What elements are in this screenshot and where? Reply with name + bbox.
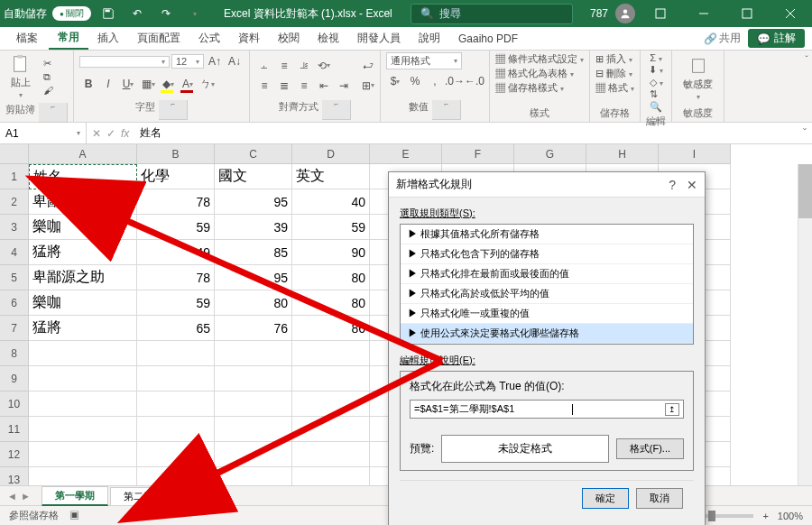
rule-option-selected[interactable]: ▶ 使用公式來決定要格式化哪些儲存格 xyxy=(401,324,693,344)
cell[interactable] xyxy=(292,341,370,366)
row-header[interactable]: 7 xyxy=(0,316,29,341)
col-header-F[interactable]: F xyxy=(442,144,514,164)
ribbon-display-icon[interactable] xyxy=(642,0,678,27)
cell[interactable]: 39 xyxy=(215,215,292,240)
rule-option[interactable]: ▶ 只格式化唯一或重複的值 xyxy=(401,304,693,324)
decrease-font-icon[interactable]: A↓ xyxy=(226,52,244,70)
cell[interactable] xyxy=(292,442,370,467)
cell[interactable] xyxy=(292,391,370,417)
zoom-level[interactable]: 100% xyxy=(778,511,803,521)
cell[interactable]: 80 xyxy=(292,290,370,316)
cell[interactable]: 猛將 xyxy=(29,240,137,265)
increase-indent-icon[interactable]: ⇥ xyxy=(335,77,353,95)
italic-icon[interactable]: I xyxy=(99,75,117,93)
name-box[interactable]: A1▾ xyxy=(0,123,87,143)
tab-addin[interactable]: Gaaiho PDF xyxy=(449,27,527,50)
currency-icon[interactable]: $▾ xyxy=(386,72,404,90)
cell[interactable] xyxy=(29,341,137,366)
redo-icon[interactable]: ↷ xyxy=(154,2,178,25)
cell[interactable]: 國文 xyxy=(215,164,292,189)
cell[interactable]: 化學 xyxy=(137,164,215,189)
decrease-indent-icon[interactable]: ⇤ xyxy=(315,77,333,95)
user-avatar[interactable] xyxy=(615,4,635,23)
cell[interactable]: 猛將 xyxy=(29,316,137,341)
col-header-A[interactable]: A xyxy=(29,144,137,164)
rule-type-list[interactable]: ▶ 根據其值格式化所有儲存格 ▶ 只格式化包含下列的儲存格 ▶ 只格式化排在最前… xyxy=(400,224,694,345)
font-color-icon[interactable]: A▾ xyxy=(179,75,197,93)
cell[interactable] xyxy=(215,442,292,467)
align-left-icon[interactable]: ≡ xyxy=(255,77,273,95)
select-all-corner[interactable] xyxy=(0,144,29,164)
vertical-scrollbar[interactable] xyxy=(798,164,812,485)
cell[interactable]: 76 xyxy=(215,316,292,341)
search-input[interactable]: 🔍 搜尋 xyxy=(411,4,573,24)
cell[interactable] xyxy=(29,391,137,417)
bold-icon[interactable]: B xyxy=(79,75,97,93)
cell[interactable]: 卑鄙源之助 xyxy=(29,189,137,215)
tab-view[interactable]: 檢視 xyxy=(309,27,348,50)
col-header-E[interactable]: E xyxy=(370,144,442,164)
align-top-icon[interactable]: ⫠ xyxy=(255,57,273,75)
row-header[interactable]: 12 xyxy=(0,442,29,467)
sheet-tab-2[interactable]: 第二學期 xyxy=(110,487,177,505)
cell[interactable]: 95 xyxy=(215,265,292,290)
decrease-decimal-icon[interactable]: ←.0 xyxy=(466,72,484,90)
row-header[interactable]: 5 xyxy=(0,265,29,290)
minimize-icon[interactable] xyxy=(686,0,722,27)
rule-option[interactable]: ▶ 只格式化高於或低於平均的值 xyxy=(401,284,693,304)
rule-option[interactable]: ▶ 只格式化排在最前面或最後面的值 xyxy=(401,264,693,284)
zoom-in-icon[interactable]: + xyxy=(762,511,768,521)
insert-cells-button[interactable]: ⊞ 插入 ▾ xyxy=(595,52,632,66)
record-macro-icon[interactable]: ▣ xyxy=(69,510,79,520)
border-icon[interactable]: ▦▾ xyxy=(139,75,157,93)
cell[interactable]: 姓名 xyxy=(29,164,137,189)
format-painter-icon[interactable]: 🖌 xyxy=(43,85,53,96)
share-button[interactable]: 🔗 共用 xyxy=(697,31,748,46)
cell[interactable] xyxy=(215,366,292,391)
row-header[interactable]: 11 xyxy=(0,417,29,442)
rule-formula-input[interactable]: =$A$1=第二學期!$A$1 ↥ xyxy=(410,400,684,419)
cell[interactable]: 59 xyxy=(292,215,370,240)
formula-input[interactable]: 姓名 xyxy=(134,125,798,141)
col-header-D[interactable]: D xyxy=(292,144,370,164)
fill-color-icon[interactable]: ◆▾ xyxy=(159,75,177,93)
save-icon[interactable] xyxy=(97,2,120,25)
cell[interactable] xyxy=(29,442,137,467)
cell[interactable] xyxy=(137,442,215,467)
cell[interactable] xyxy=(137,417,215,442)
align-bottom-icon[interactable]: ⫡ xyxy=(295,57,313,75)
cell[interactable]: 樂咖 xyxy=(29,215,137,240)
tab-data[interactable]: 資料 xyxy=(229,27,269,50)
row-header[interactable]: 1 xyxy=(0,164,29,189)
cell[interactable]: 40 xyxy=(292,189,370,215)
cancel-formula-icon[interactable]: ✕ xyxy=(92,127,101,140)
tab-developer[interactable]: 開發人員 xyxy=(348,27,410,50)
cell[interactable] xyxy=(29,366,137,391)
cell[interactable]: 85 xyxy=(215,240,292,265)
cell[interactable]: 78 xyxy=(137,265,215,290)
align-right-icon[interactable]: ≡ xyxy=(295,77,313,95)
tab-file[interactable]: 檔案 xyxy=(7,27,47,50)
cell[interactable]: 59 xyxy=(137,215,215,240)
underline-icon[interactable]: U▾ xyxy=(119,75,137,93)
col-header-H[interactable]: H xyxy=(586,144,659,164)
qat-dropdown[interactable]: ▾ xyxy=(183,2,207,25)
col-header-C[interactable]: C xyxy=(215,144,292,164)
tab-help[interactable]: 說明 xyxy=(410,27,449,50)
row-header[interactable]: 9 xyxy=(0,366,29,391)
cell[interactable] xyxy=(137,341,215,366)
cell[interactable]: 95 xyxy=(215,189,292,215)
collapse-ribbon-icon[interactable]: ˇ xyxy=(805,54,808,65)
tab-page-layout[interactable]: 頁面配置 xyxy=(128,27,189,50)
cell[interactable]: 59 xyxy=(137,290,215,316)
autosum-icon[interactable]: Σ ▾ xyxy=(650,52,662,63)
cell[interactable]: 英文 xyxy=(292,164,370,189)
cell[interactable]: 90 xyxy=(292,240,370,265)
cell[interactable] xyxy=(29,417,137,442)
cell[interactable] xyxy=(292,467,370,485)
comments-button[interactable]: 💬 註解 xyxy=(748,29,805,48)
row-header[interactable]: 8 xyxy=(0,341,29,366)
align-middle-icon[interactable]: ≡ xyxy=(275,57,293,75)
cell[interactable] xyxy=(215,341,292,366)
cell-styles-button[interactable]: ▦ 儲存格樣式 ▾ xyxy=(495,81,564,95)
